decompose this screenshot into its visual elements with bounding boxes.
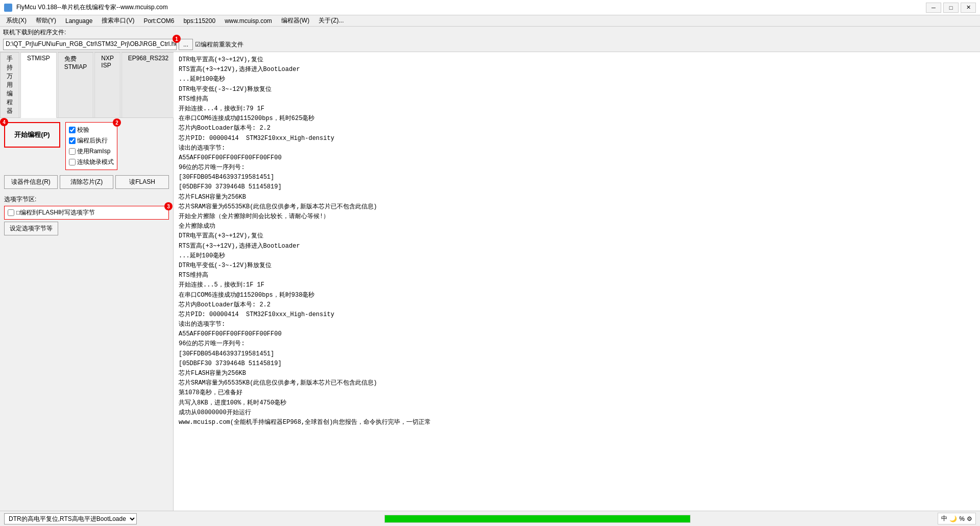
run-after-checkbox-label[interactable]: 编程后执行 — [69, 136, 114, 145]
maximize-button[interactable]: □ — [943, 3, 959, 13]
use-ramisp-label: 使用RamIsp — [77, 147, 110, 156]
log-line: 开始连接...4，接收到:79 1F — [179, 104, 975, 114]
verify-checkbox-label[interactable]: 校验 — [69, 126, 114, 134]
read-flash-button[interactable]: 读FLASH — [115, 175, 169, 189]
tab-freestmiap[interactable]: 免费STMIAP — [58, 52, 94, 117]
title-bar-left: FlyMcu V0.188--单片机在线编程专家--www.mcuisp.com — [4, 3, 168, 12]
menu-port[interactable]: Port:COM6 — [139, 16, 178, 26]
loop-checkbox-label[interactable]: 连续烧录模式 — [69, 158, 114, 166]
status-right: 中 🌙 % ⚙ — [938, 513, 976, 524]
menu-website[interactable]: www.mcuisp.com — [220, 16, 276, 26]
menu-bps[interactable]: bps:115200 — [179, 16, 219, 26]
log-line: DTR电平置高(+3~+12V),复位 — [179, 231, 975, 241]
log-line: RTS维持高 — [179, 94, 975, 104]
log-line: [30FFDB054B46393719581451] — [179, 349, 975, 359]
status-bar: DTR的高电平复位,RTS高电平进BootLoader 中 🌙 % ⚙ — [0, 511, 980, 526]
verify-checkbox[interactable] — [69, 127, 76, 133]
log-line: [05DBFF30 3739464B 51145819] — [179, 359, 975, 369]
badge-2: 2 — [113, 118, 121, 127]
status-left: DTR的高电平复位,RTS高电平进BootLoader — [4, 513, 137, 524]
menu-search[interactable]: 搜索串口(V) — [97, 15, 138, 26]
option-bytes-title: 选项字节区: — [4, 195, 169, 204]
log-line: A55AFF00FF00FF00FF00FF00FF00 — [179, 329, 975, 339]
verify-label: 校验 — [77, 126, 89, 134]
right-panel: DTR电平置高(+3~+12V),复位RTS置高(+3~+12V),选择进入Bo… — [174, 52, 980, 511]
options-area: 4 开始编程(P) 2 校验 编程后执行 使 — [0, 118, 173, 240]
log-line: DTR电平置高(+3~+12V),复位 — [179, 55, 975, 65]
loop-checkbox[interactable] — [69, 159, 76, 165]
log-line: 全片擦除成功 — [179, 222, 975, 231]
badge-3: 3 — [164, 202, 173, 210]
file-row: 联机下载到的程序文件: D:\QT_Prj\uFUN\uFun_RGB_Ctrl… — [0, 27, 980, 52]
ime-indicator[interactable]: 中 🌙 % ⚙ — [938, 513, 976, 524]
log-line: RTS置高(+3~+12V),选择进入BootLoader — [179, 65, 975, 75]
log-line: ...延时100毫秒 — [179, 75, 975, 84]
erase-chip-button[interactable]: 清除芯片(Z) — [60, 175, 113, 189]
log-line: ...延时100毫秒 — [179, 251, 975, 261]
option-bytes-checkbox[interactable] — [8, 209, 14, 216]
browse-button[interactable]: ... — [179, 39, 193, 50]
start-btn-wrapper: 4 开始编程(P) — [4, 122, 60, 148]
use-ramisp-checkbox[interactable] — [69, 148, 76, 155]
log-line: RTS置高(+3~+12V),选择进入BootLoader — [179, 242, 975, 251]
progress-bar-fill — [385, 515, 690, 522]
log-line: 芯片SRAM容量为65535KB(此信息仅供参考,新版本芯片已不包含此信息) — [179, 202, 975, 212]
file-label: 联机下载到的程序文件: — [3, 28, 243, 37]
log-line: 芯片SRAM容量为65535KB(此信息仅供参考,新版本芯片已不包含此信息) — [179, 378, 975, 388]
log-line: [30FFDB054B46393719581451] — [179, 173, 975, 182]
run-after-label: 编程后执行 — [77, 136, 108, 145]
menu-language[interactable]: Language — [61, 16, 96, 26]
tabs-row: 手持万用编程器 STMISP 免费STMIAP NXP ISP EP968_RS… — [0, 52, 173, 118]
tab-ep968[interactable]: EP968_RS232 — [121, 52, 175, 117]
start-options-row: 4 开始编程(P) 2 校验 编程后执行 使 — [4, 122, 169, 170]
status-dropdown[interactable]: DTR的高电平复位,RTS高电平进BootLoader — [4, 513, 137, 524]
run-after-checkbox[interactable] — [69, 137, 76, 144]
badge-4: 4 — [0, 118, 8, 126]
log-line: 芯片FLASH容量为256KB — [179, 193, 975, 202]
log-area[interactable]: DTR电平置高(+3~+12V),复位RTS置高(+3~+12V),选择进入Bo… — [174, 52, 980, 511]
log-line: 芯片PID: 00000414 STM32F10xxx_High-density — [179, 134, 975, 144]
gear-icon: ⚙ — [967, 515, 972, 522]
left-panel: 手持万用编程器 STMISP 免费STMIAP NXP ISP EP968_RS… — [0, 52, 174, 511]
log-line: 在串口COM6连接成功@115200bps，耗时625毫秒 — [179, 114, 975, 124]
ime-label: 中 — [941, 514, 947, 523]
log-line: [05DBFF30 3739464B 51145819] — [179, 182, 975, 192]
tab-stmisp[interactable]: STMISP — [20, 52, 57, 118]
start-program-button[interactable]: 开始编程(P) — [4, 122, 60, 148]
moon-icon: 🌙 — [949, 515, 957, 522]
main-content: 手持万用编程器 STMISP 免费STMIAP NXP ISP EP968_RS… — [0, 52, 980, 511]
log-line: 开始全片擦除（全片擦除时间会比较长，请耐心等候!） — [179, 212, 975, 222]
log-line: RTS维持高 — [179, 271, 975, 280]
progress-bar-container — [384, 515, 691, 523]
tab-nxpisp[interactable]: NXP ISP — [94, 52, 120, 117]
log-line: DTR电平变低(-3~-12V)释放复位 — [179, 261, 975, 271]
log-line: 96位的芯片唯一序列号: — [179, 339, 975, 349]
menu-programmer[interactable]: 编程器(W) — [277, 15, 313, 26]
file-input-group: D:\QT_Prj\uFUN\uFun_RGB_Ctrl\STM32_Prj\O… — [3, 39, 243, 50]
menu-help[interactable]: 帮助(Y) — [32, 15, 60, 26]
log-line: 读出的选项字节: — [179, 144, 975, 153]
log-line: 成功从08000000开始运行 — [179, 408, 975, 418]
file-label-container: 联机下载到的程序文件: D:\QT_Prj\uFUN\uFun_RGB_Ctrl… — [3, 28, 243, 50]
log-line: 芯片内BootLoader版本号: 2.2 — [179, 300, 975, 310]
minimize-button[interactable]: ─ — [926, 3, 941, 13]
file-path-display[interactable]: D:\QT_Prj\uFUN\uFun_RGB_Ctrl\STM32_Prj\O… — [3, 39, 177, 50]
menu-system[interactable]: 系统(X) — [2, 15, 31, 26]
option-bytes-checkbox-row: □编程到FLASH时写选项字节 3 — [4, 206, 169, 220]
log-line: 开始连接...5，接收到:1F 1F — [179, 280, 975, 290]
reload-checkbox-label[interactable]: ☑编程前重装文件 — [195, 40, 243, 49]
use-ramisp-checkbox-label[interactable]: 使用RamIsp — [69, 147, 114, 156]
menu-about[interactable]: 关于(Z)... — [314, 15, 348, 26]
app-icon — [4, 4, 12, 12]
close-button[interactable]: ✕ — [961, 3, 976, 13]
title-bar-controls: ─ □ ✕ — [926, 3, 976, 13]
tab-handheld[interactable]: 手持万用编程器 — [0, 52, 19, 117]
option-bytes-label: □编程到FLASH时写选项字节 — [16, 208, 95, 217]
set-option-button[interactable]: 设定选项字节等 — [4, 222, 58, 235]
log-line: A55AFF00FF00FF00FF00FF00FF00 — [179, 153, 975, 163]
loop-label: 连续烧录模式 — [77, 158, 114, 166]
title-bar: FlyMcu V0.188--单片机在线编程专家--www.mcuisp.com… — [0, 0, 980, 15]
log-line: 在串口COM6连接成功@115200bps，耗时938毫秒 — [179, 291, 975, 300]
app-title: FlyMcu V0.188--单片机在线编程专家--www.mcuisp.com — [16, 3, 168, 12]
read-device-button[interactable]: 读器件信息(R) — [4, 175, 58, 189]
